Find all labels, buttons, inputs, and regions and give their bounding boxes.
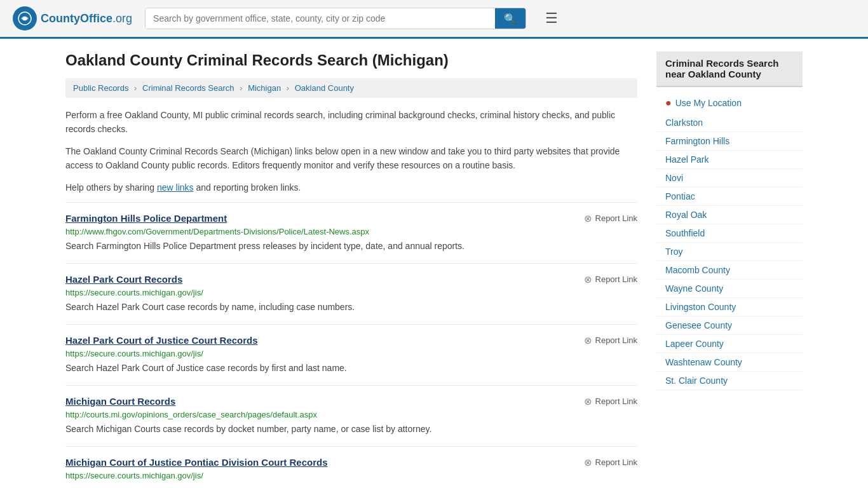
content-area: Oakland County Criminal Records Search (… [65,51,637,488]
svg-point-1 [23,17,27,20]
result-url[interactable]: http://courts.mi.gov/opinions_orders/cas… [65,410,637,419]
sidebar-item-livingston-county[interactable]: Livingston County [656,298,803,316]
report-icon: ⊗ [584,335,592,346]
result-title[interactable]: Hazel Park Court of Justice Court Record… [65,335,258,346]
sidebar-item-genesee-county[interactable]: Genesee County [656,316,803,335]
result-title[interactable]: Michigan Court of Justice Pontiac Divisi… [65,457,328,468]
breadcrumb: Public Records › Criminal Records Search… [65,78,637,98]
result-url[interactable]: https://secure.courts.michigan.gov/jis/ [65,288,637,297]
use-my-location[interactable]: ● Use My Location [656,92,803,114]
result-url[interactable]: https://secure.courts.michigan.gov/jis/ [65,471,637,480]
result-item: Michigan Court Records ⊗ Report Link htt… [65,385,637,446]
report-icon: ⊗ [584,396,592,407]
result-desc: Search Hazel Park Court case records by … [65,301,637,314]
sidebar-item-southfield[interactable]: Southfield [656,224,803,243]
result-url[interactable]: https://secure.courts.michigan.gov/jis/ [65,349,637,358]
result-item: Hazel Park Court Records ⊗ Report Link h… [65,263,637,324]
menu-button[interactable]: ☰ [545,10,558,27]
result-item: Michigan Court of Justice Pontiac Divisi… [65,446,637,488]
sidebar-item-farmington-hills[interactable]: Farmington Hills [656,132,803,151]
sidebar-item-wayne-county[interactable]: Wayne County [656,280,803,298]
search-input[interactable] [146,8,495,29]
pin-icon: ● [665,97,672,109]
description-para3: Help others by sharing new links and rep… [65,180,637,194]
report-icon: ⊗ [584,274,592,285]
new-links-link[interactable]: new links [157,182,194,193]
breadcrumb-oakland-county[interactable]: Oakland County [295,83,354,93]
results-list: Farmington Hills Police Department ⊗ Rep… [65,202,637,488]
header: CountyOffice.org 🔍 ☰ [0,0,868,39]
main-container: Oakland County Criminal Records Search (… [53,39,815,488]
description-para2: The Oakland County Criminal Records Sear… [65,144,637,173]
logo-icon [13,6,37,30]
sidebar-item-clarkston[interactable]: Clarkston [656,114,803,132]
sidebar-item-lapeer-county[interactable]: Lapeer County [656,335,803,353]
sidebar-item-washtenaw-county[interactable]: Washtenaw County [656,353,803,372]
report-link[interactable]: ⊗ Report Link [584,396,637,407]
sidebar-item-macomb-county[interactable]: Macomb County [656,261,803,280]
sidebar-item-novi[interactable]: Novi [656,169,803,187]
sidebar-item-st-clair-county[interactable]: St. Clair County [656,372,803,390]
logo[interactable]: CountyOffice.org [13,6,132,30]
report-link[interactable]: ⊗ Report Link [584,457,637,468]
result-title[interactable]: Michigan Court Records [65,396,175,407]
result-desc: Search Farmington Hills Police Departmen… [65,240,637,253]
search-button[interactable]: 🔍 [495,8,526,29]
report-icon: ⊗ [584,457,592,468]
sidebar-item-hazel-park[interactable]: Hazel Park [656,151,803,169]
sidebar-item-pontiac[interactable]: Pontiac [656,187,803,206]
report-link[interactable]: ⊗ Report Link [584,274,637,285]
report-link[interactable]: ⊗ Report Link [584,213,637,224]
sidebar-item-royal-oak[interactable]: Royal Oak [656,206,803,224]
sidebar-item-troy[interactable]: Troy [656,243,803,261]
sidebar-header: Criminal Records Search near Oakland Cou… [656,51,803,87]
search-bar: 🔍 [145,8,526,29]
result-url[interactable]: http://www.fhgov.com/Government/Departme… [65,227,637,236]
breadcrumb-criminal-records-search[interactable]: Criminal Records Search [142,83,234,93]
sidebar: Criminal Records Search near Oakland Cou… [656,51,803,488]
breadcrumb-michigan[interactable]: Michigan [248,83,281,93]
description-para1: Perform a free Oakland County, MI public… [65,108,637,137]
result-desc: Search Michigan Courts case records by d… [65,423,637,436]
result-item: Farmington Hills Police Department ⊗ Rep… [65,202,637,263]
logo-text: CountyOffice.org [41,12,132,25]
result-item: Hazel Park Court of Justice Court Record… [65,324,637,385]
page-title: Oakland County Criminal Records Search (… [65,51,637,69]
result-desc: Search Hazel Park Court of Justice case … [65,362,637,375]
report-icon: ⊗ [584,213,592,224]
result-title[interactable]: Farmington Hills Police Department [65,213,227,224]
result-title[interactable]: Hazel Park Court Records [65,274,182,285]
breadcrumb-public-records[interactable]: Public Records [73,83,128,93]
report-link[interactable]: ⊗ Report Link [584,335,637,346]
